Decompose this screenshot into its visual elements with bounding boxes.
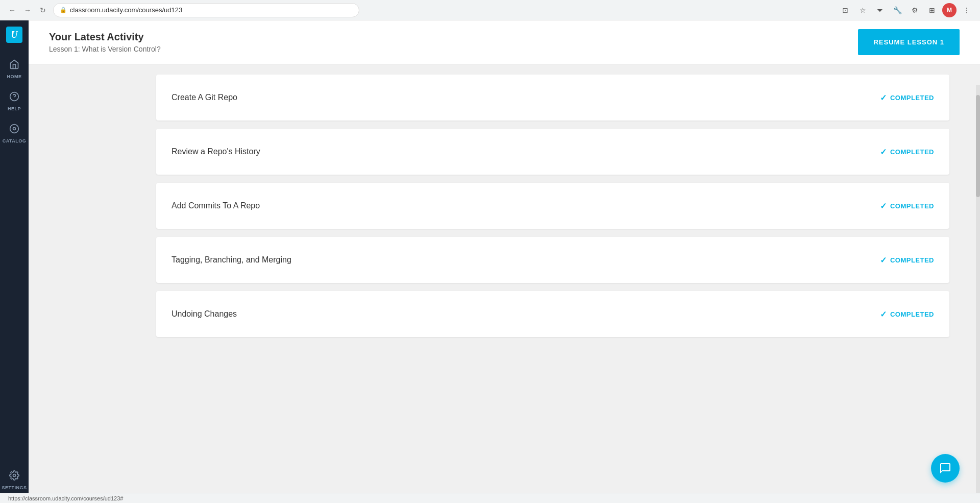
ext1-icon[interactable]: 🔧 <box>890 3 904 17</box>
ext3-icon[interactable]: ⊞ <box>925 3 939 17</box>
lesson-title-undoing-changes: Undoing Changes <box>172 309 237 319</box>
scrollbar[interactable] <box>976 85 980 493</box>
ext2-icon[interactable]: ⚙ <box>908 3 922 17</box>
sidebar: U HOME <box>0 20 29 493</box>
sidebar-item-catalog[interactable]: CATALOG <box>0 117 29 150</box>
activity-title: Your Latest Activity <box>49 31 161 43</box>
completed-badge-create-git-repo: ✓ COMPLETED <box>880 93 934 103</box>
top-bar: Your Latest Activity Lesson 1: What is V… <box>29 20 980 64</box>
user-avatar[interactable]: M <box>942 3 957 17</box>
sidebar-item-home[interactable]: HOME <box>0 53 29 85</box>
reload-button[interactable]: ↻ <box>37 4 49 16</box>
check-icon-undoing-changes: ✓ <box>880 309 887 319</box>
completed-label-undoing-changes: COMPLETED <box>890 310 934 318</box>
resume-lesson-button[interactable]: RESUME LESSON 1 <box>858 29 960 55</box>
lesson-card-tagging-branching-merging[interactable]: Tagging, Branching, and Merging ✓ COMPLE… <box>156 237 949 283</box>
completed-label-tagging-branching-merging: COMPLETED <box>890 256 934 264</box>
lesson-title-review-repos-history: Review a Repo's History <box>172 147 260 156</box>
completed-badge-review-repos-history: ✓ COMPLETED <box>880 147 934 157</box>
scrollbar-thumb[interactable] <box>976 95 980 197</box>
lesson-card-add-commits-to-repo[interactable]: Add Commits To A Repo ✓ COMPLETED <box>156 183 949 229</box>
sidebar-logo[interactable]: U <box>0 20 29 49</box>
sidebar-bottom: SETTINGS <box>0 464 29 493</box>
browser-right-icons: ⊡ ☆ ⏷ 🔧 ⚙ ⊞ M ⋮ <box>838 3 974 17</box>
check-icon-add-commits-to-repo: ✓ <box>880 201 887 211</box>
svg-point-2 <box>10 125 19 133</box>
address-bar[interactable]: 🔒 classroom.udacity.com/courses/ud123 <box>53 3 359 17</box>
catalog-icon <box>9 124 19 136</box>
sidebar-item-help[interactable]: HELP <box>0 85 29 117</box>
catalog-label: CATALOG <box>3 138 27 143</box>
sidebar-item-settings[interactable]: SETTINGS <box>0 464 29 493</box>
completed-label-review-repos-history: COMPLETED <box>890 148 934 156</box>
check-icon-review-repos-history: ✓ <box>880 147 887 157</box>
settings-icon <box>9 470 19 483</box>
help-icon <box>9 91 19 104</box>
home-label: HOME <box>7 74 22 79</box>
browser-chrome: ← → ↻ 🔒 classroom.udacity.com/courses/ud… <box>0 0 980 20</box>
forward-button[interactable]: → <box>21 4 34 16</box>
completed-label-create-git-repo: COMPLETED <box>890 94 934 102</box>
more-icon[interactable]: ⋮ <box>960 3 974 17</box>
svg-point-3 <box>13 128 16 130</box>
url-text: classroom.udacity.com/courses/ud123 <box>70 6 182 14</box>
lock-icon: 🔒 <box>60 7 67 13</box>
top-bar-left: Your Latest Activity Lesson 1: What is V… <box>49 31 161 53</box>
chat-bubble-button[interactable] <box>931 454 960 483</box>
lesson-subtitle: Lesson 1: What is Version Control? <box>49 45 161 53</box>
browser-controls: ← → ↻ <box>6 4 49 16</box>
star-icon[interactable]: ☆ <box>855 3 870 17</box>
completed-badge-undoing-changes: ✓ COMPLETED <box>880 309 934 319</box>
settings-label: SETTINGS <box>2 485 27 490</box>
main-content: Your Latest Activity Lesson 1: What is V… <box>29 20 980 493</box>
check-icon-tagging-branching-merging: ✓ <box>880 255 887 265</box>
lesson-card-review-repos-history[interactable]: Review a Repo's History ✓ COMPLETED <box>156 129 949 175</box>
content-area: Create A Git Repo ✓ COMPLETED Review a R… <box>29 64 980 493</box>
back-button[interactable]: ← <box>6 4 18 16</box>
lesson-title-add-commits-to-repo: Add Commits To A Repo <box>172 201 260 210</box>
svg-point-4 <box>13 474 16 477</box>
lesson-card-undoing-changes[interactable]: Undoing Changes ✓ COMPLETED <box>156 291 949 337</box>
lesson-title-tagging-branching-merging: Tagging, Branching, and Merging <box>172 255 291 265</box>
lesson-card-create-git-repo[interactable]: Create A Git Repo ✓ COMPLETED <box>156 75 949 121</box>
lesson-title-create-git-repo: Create A Git Repo <box>172 93 237 102</box>
check-icon-create-git-repo: ✓ <box>880 93 887 103</box>
udacity-logo-icon: U <box>6 27 22 43</box>
help-label: HELP <box>8 106 21 111</box>
completed-badge-add-commits-to-repo: ✓ COMPLETED <box>880 201 934 211</box>
funnel-icon[interactable]: ⏷ <box>873 3 887 17</box>
status-url: https://classroom.udacity.com/courses/ud… <box>8 495 123 501</box>
status-bar: https://classroom.udacity.com/courses/ud… <box>0 493 980 503</box>
completed-badge-tagging-branching-merging: ✓ COMPLETED <box>880 255 934 265</box>
completed-label-add-commits-to-repo: COMPLETED <box>890 202 934 210</box>
home-icon <box>9 59 19 72</box>
translate-icon[interactable]: ⊡ <box>838 3 852 17</box>
